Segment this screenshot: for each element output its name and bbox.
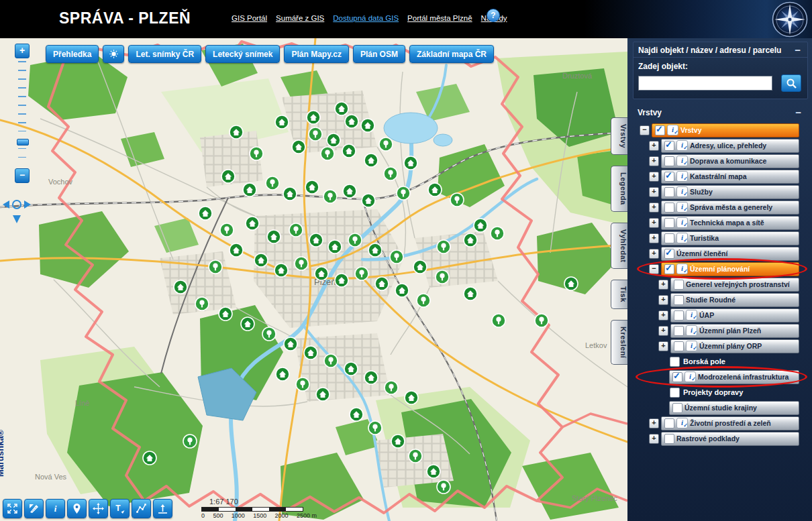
map-marker-tree[interactable] bbox=[450, 193, 464, 207]
map-marker-house[interactable] bbox=[375, 277, 389, 290]
side-tab-vyhledat[interactable]: Vyhledat bbox=[611, 223, 627, 269]
layer-checkbox[interactable] bbox=[670, 357, 680, 367]
layer-bar[interactable]: iÚzemní plán Plzeň bbox=[670, 324, 799, 338]
map-marker-tree[interactable] bbox=[266, 176, 279, 190]
map-marker-tree[interactable] bbox=[368, 421, 382, 435]
map-marker-house[interactable] bbox=[364, 154, 378, 167]
zakladni-mapa-cr-button[interactable]: Základní mapa ČR bbox=[409, 45, 494, 63]
layer-checkbox[interactable] bbox=[664, 187, 674, 197]
layer-checkbox[interactable] bbox=[664, 434, 674, 444]
collapse-button[interactable]: − bbox=[793, 109, 803, 116]
layer-bar[interactable]: Generel veřejných prostranství bbox=[670, 278, 799, 292]
expander-button[interactable]: + bbox=[649, 156, 659, 166]
layer-bar[interactable]: Územní členění bbox=[661, 247, 799, 261]
map-marker-tree[interactable] bbox=[535, 314, 548, 327]
collapse-button[interactable]: − bbox=[793, 47, 803, 54]
map-marker-house[interactable] bbox=[404, 156, 417, 170]
map-marker-tree[interactable] bbox=[262, 327, 276, 341]
gps-button[interactable] bbox=[67, 499, 87, 518]
layer-bar[interactable]: iSpráva města a generely bbox=[661, 200, 799, 215]
info-button[interactable]: i bbox=[46, 499, 65, 518]
layer-checkbox[interactable] bbox=[674, 280, 684, 290]
map-marker-tree[interactable] bbox=[183, 435, 197, 448]
zoom-in-button[interactable]: + bbox=[15, 44, 30, 58]
layer-info-icon[interactable]: i bbox=[676, 186, 688, 197]
map-marker-house[interactable] bbox=[221, 170, 235, 183]
expander-button[interactable]: + bbox=[649, 172, 659, 182]
layer-info-icon[interactable]: i bbox=[686, 325, 697, 336]
layer-info-icon[interactable]: i bbox=[676, 140, 688, 151]
layer-info-icon[interactable]: i bbox=[686, 310, 697, 321]
expander-button[interactable]: + bbox=[649, 249, 659, 259]
layer-bar[interactable]: iVrstvy bbox=[652, 123, 799, 137]
map-marker-tree[interactable] bbox=[491, 227, 504, 240]
map-marker-house[interactable] bbox=[275, 115, 289, 129]
map-marker-house[interactable] bbox=[335, 102, 348, 115]
expander-button[interactable]: + bbox=[649, 141, 659, 151]
map-marker-tree[interactable] bbox=[309, 127, 322, 141]
layer-checkbox[interactable] bbox=[674, 326, 684, 336]
layer-checkbox[interactable] bbox=[674, 341, 684, 351]
layer-info-icon[interactable]: i bbox=[676, 418, 688, 428]
zoom-out-button[interactable]: − bbox=[15, 168, 30, 183]
layer-bar[interactable]: iAdresy, ulice, přehledy bbox=[661, 139, 799, 153]
map-marker-house[interactable] bbox=[292, 140, 305, 154]
pan-control[interactable] bbox=[1, 194, 32, 230]
map-canvas[interactable]: VochovDruztováPlzeňLetkovLíněNová VesSta… bbox=[0, 38, 627, 521]
layer-bar[interactable]: Studie Roudné bbox=[670, 293, 799, 307]
map-marker-house[interactable] bbox=[395, 284, 409, 297]
layer-checkbox[interactable] bbox=[670, 388, 680, 398]
map-marker-tree[interactable] bbox=[417, 294, 430, 307]
map-marker-house[interactable] bbox=[474, 219, 487, 232]
layer-bar[interactable]: iTechnická mapa a sítě bbox=[661, 216, 799, 230]
expander-button[interactable]: + bbox=[658, 280, 668, 290]
layer-info-icon[interactable]: i bbox=[684, 371, 696, 382]
expander-button[interactable]: + bbox=[649, 218, 659, 228]
layer-info-icon[interactable]: i bbox=[686, 341, 697, 351]
map-marker-house[interactable] bbox=[362, 194, 375, 207]
layer-checkbox[interactable] bbox=[664, 418, 674, 428]
layer-checkbox[interactable] bbox=[664, 233, 674, 243]
map-marker-house[interactable] bbox=[564, 277, 578, 290]
expander-button[interactable]: + bbox=[649, 187, 659, 197]
plan-mapy-cz-button[interactable]: Plán Mapy.cz bbox=[284, 45, 348, 63]
layer-bar[interactable]: Územní studie krajiny bbox=[669, 401, 799, 415]
prehledka-button[interactable]: Přehledka bbox=[46, 45, 99, 63]
expander-button[interactable]: + bbox=[658, 310, 668, 321]
map-marker-house[interactable] bbox=[428, 183, 442, 196]
search-input[interactable] bbox=[638, 76, 772, 91]
layer-info-icon[interactable]: i bbox=[676, 171, 688, 182]
side-tab-kresleni[interactable]: Kreslení bbox=[611, 320, 627, 365]
text-button[interactable]: T bbox=[110, 499, 130, 518]
nav-link-portal-mesta-plzne[interactable]: Portál města Plzně bbox=[407, 14, 472, 22]
profile-button[interactable] bbox=[153, 499, 172, 518]
layer-checkbox[interactable] bbox=[655, 125, 665, 135]
zoom-slider-handle[interactable] bbox=[17, 139, 29, 146]
expander-button[interactable]: + bbox=[649, 233, 659, 243]
map-viewport[interactable]: VochovDruztováPlzeňLetkovLíněNová VesSta… bbox=[0, 38, 627, 521]
layer-checkbox[interactable] bbox=[664, 202, 674, 213]
pan-button[interactable] bbox=[89, 499, 108, 518]
map-marker-house[interactable] bbox=[230, 243, 243, 257]
expander-button[interactable]: + bbox=[649, 418, 659, 428]
map-marker-house[interactable] bbox=[241, 317, 254, 331]
nav-link-dostupna-data-gis[interactable]: Dostupná data GIS bbox=[333, 14, 399, 22]
map-marker-tree[interactable] bbox=[355, 267, 368, 280]
map-marker-house[interactable] bbox=[199, 207, 212, 220]
map-marker-house[interactable] bbox=[345, 115, 358, 128]
map-marker-tree[interactable] bbox=[384, 167, 397, 180]
map-marker-tree[interactable] bbox=[324, 354, 338, 367]
map-marker-house[interactable] bbox=[267, 230, 281, 243]
layer-bar[interactable]: Rastrové podklady bbox=[661, 432, 799, 446]
map-marker-house[interactable] bbox=[307, 111, 320, 124]
expander-button[interactable]: + bbox=[658, 295, 668, 305]
letecky-snimek-button[interactable]: Letecký snímek bbox=[205, 45, 280, 63]
map-marker-house[interactable] bbox=[342, 144, 356, 158]
map-marker-house[interactable] bbox=[368, 243, 382, 257]
map-marker-house[interactable] bbox=[254, 253, 268, 267]
expander-button[interactable]: + bbox=[649, 434, 659, 444]
layer-bar[interactable]: iDoprava a komunikace bbox=[661, 154, 799, 168]
layer-checkbox[interactable] bbox=[664, 264, 674, 274]
map-marker-house[interactable] bbox=[391, 435, 405, 448]
map-marker-house[interactable] bbox=[230, 125, 243, 139]
